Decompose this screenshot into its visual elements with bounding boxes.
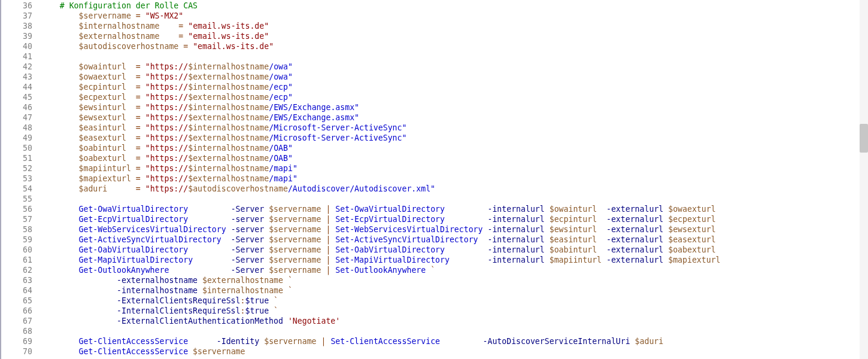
token-var: $externalhostname [79, 32, 160, 41]
token-plain [107, 184, 136, 193]
token-plain [41, 144, 79, 153]
code-line[interactable]: $autodiscoverhostname = "email.ws-its.de… [41, 41, 868, 51]
code-line[interactable]: $owainturl = "https://$internalhostname/… [41, 62, 868, 72]
code-line[interactable]: $owaexturl = "https://$externalhostname/… [41, 72, 868, 82]
code-line[interactable]: Get-ClientAccessService $servername [41, 346, 868, 357]
code-line[interactable]: -ExternalClientAuthenticationMethod 'Neg… [41, 316, 868, 326]
code-line[interactable]: Get-MapiVirtualDirectory -Server $server… [41, 255, 868, 265]
token-str: "WS-MX2" [145, 11, 184, 20]
token-path: /mapi" [269, 164, 298, 173]
code-line[interactable]: $oabexturl = "https://$externalhostname/… [41, 153, 868, 163]
vertical-scrollbar-thumb[interactable] [860, 124, 868, 153]
line-number: 38 [1, 21, 32, 31]
vertical-scrollbar-track[interactable] [860, 0, 868, 359]
token-plain [41, 164, 79, 173]
token-op: ` [274, 306, 278, 315]
token-plain [41, 123, 79, 132]
line-number: 51 [1, 153, 32, 163]
token-plain [198, 276, 202, 285]
code-line[interactable]: $oabinturl = "https://$internalhostname/… [41, 143, 868, 153]
token-plain [663, 235, 668, 244]
code-line[interactable]: $servername = "WS-MX2" [41, 11, 868, 21]
code-line[interactable]: Get-OutlookAnywhere -Server $servername … [41, 265, 868, 275]
token-str: "email.ws-its.de" [188, 22, 269, 31]
token-plain [126, 93, 136, 102]
code-line[interactable]: $easinturl = "https://$internalhostname/… [41, 123, 868, 133]
token-var: $easexturl [668, 235, 715, 244]
token-var: $externalhostname [188, 133, 269, 142]
token-var: $internalhostname [188, 123, 269, 132]
code-line[interactable]: $externalhostname = "email.ws-its.de" [41, 31, 868, 41]
code-line[interactable]: $mapiexturl = "https://$externalhostname… [41, 174, 868, 184]
token-op: = [136, 62, 141, 71]
code-line[interactable]: $ewsinturl = "https://$internalhostname/… [41, 102, 868, 112]
token-str: "email.ws-its.de" [188, 32, 269, 41]
token-str: "https:// [145, 174, 188, 183]
token-plain [41, 266, 79, 275]
code-line[interactable]: -externalhostname $externalhostname ` [41, 275, 868, 285]
token-plain [630, 337, 635, 346]
token-plain [160, 32, 179, 41]
token-var: $servername [193, 347, 245, 356]
code-line[interactable]: Get-WebServicesVirtualDirectory -server … [41, 224, 868, 235]
token-op: = [136, 103, 141, 112]
token-var: $servername [269, 235, 321, 244]
token-plain [141, 174, 145, 183]
token-path: /EWS/Exchange.asmx" [269, 113, 359, 122]
token-plain [188, 347, 193, 356]
code-line[interactable]: Get-ActiveSyncVirtualDirectory -Server $… [41, 235, 868, 245]
token-plain [545, 205, 550, 214]
token-plain [183, 22, 188, 31]
token-plain [141, 154, 145, 163]
code-editor[interactable]: 3637383940414243444546474849505152535455… [0, 0, 868, 359]
token-plain [317, 337, 321, 346]
token-plain [478, 235, 488, 244]
code-line[interactable]: -ExternalClientsRequireSsl:$true ` [41, 296, 868, 306]
code-line[interactable]: -InternalClientsRequireSsl:$true ` [41, 306, 868, 316]
code-line[interactable]: $aduri = "https://$autodiscoverhostname/… [41, 184, 868, 194]
code-line[interactable] [41, 326, 868, 336]
line-number: 62 [1, 265, 32, 275]
token-kw: $true [245, 296, 269, 305]
code-line[interactable]: Get-ClientAccessService -Identity $serve… [41, 336, 868, 346]
code-area[interactable]: # Konfiguration der Rolle CAS $servernam… [35, 0, 868, 359]
token-param: -internalurl [487, 245, 544, 254]
code-line[interactable] [41, 194, 868, 204]
line-number: 70 [1, 346, 32, 357]
token-var: $ecpexturl [79, 93, 126, 102]
token-cmd: Set-ClientAccessService [330, 337, 440, 346]
line-number: 43 [1, 72, 32, 82]
token-plain [41, 276, 117, 285]
token-param: -InternalClientsRequireSsl [117, 306, 240, 315]
token-op: ` [274, 296, 278, 305]
token-var: $ewsexturl [668, 225, 715, 234]
token-cmd: Set-OabVirtualDirectory [335, 245, 445, 254]
code-line[interactable]: $mapiinturl = "https://$internalhostname… [41, 163, 868, 174]
token-param: -server [231, 225, 265, 234]
code-line[interactable] [41, 51, 868, 62]
code-line[interactable]: $easexturl = "https://$externalhostname/… [41, 133, 868, 143]
token-param: -externalurl [606, 215, 663, 224]
token-plain [41, 133, 79, 142]
token-str: 'Negotiate' [288, 317, 340, 325]
token-plain [221, 235, 231, 244]
token-var: $servername [269, 225, 321, 234]
code-line[interactable]: # Konfiguration der Rolle CAS [41, 1, 868, 11]
code-line[interactable]: $ecpexturl = "https://$externalhostname/… [41, 92, 868, 102]
token-plain [41, 205, 79, 214]
token-plain [445, 205, 487, 214]
token-path: /owa" [269, 62, 293, 71]
code-line[interactable]: Get-OabVirtualDirectory -Server $servern… [41, 245, 868, 255]
code-line[interactable]: -internalhostname $internalhostname ` [41, 285, 868, 296]
code-line[interactable]: $ewsexturl = "https://$externalhostname/… [41, 112, 868, 123]
code-line[interactable]: Get-EcpVirtualDirectory -server $servern… [41, 214, 868, 224]
token-plain [41, 317, 117, 325]
token-str: "https:// [145, 62, 188, 71]
token-var: $easexturl [79, 133, 126, 142]
code-line[interactable]: $ecpinturl = "https://$internalhostname/… [41, 82, 868, 92]
code-line[interactable]: $internalhostname = "email.ws-its.de" [41, 21, 868, 31]
line-number: 61 [1, 255, 32, 265]
code-line[interactable]: Get-OwaVirtualDirectory -Server $servern… [41, 204, 868, 214]
token-plain [426, 266, 430, 275]
token-plain [126, 83, 136, 92]
